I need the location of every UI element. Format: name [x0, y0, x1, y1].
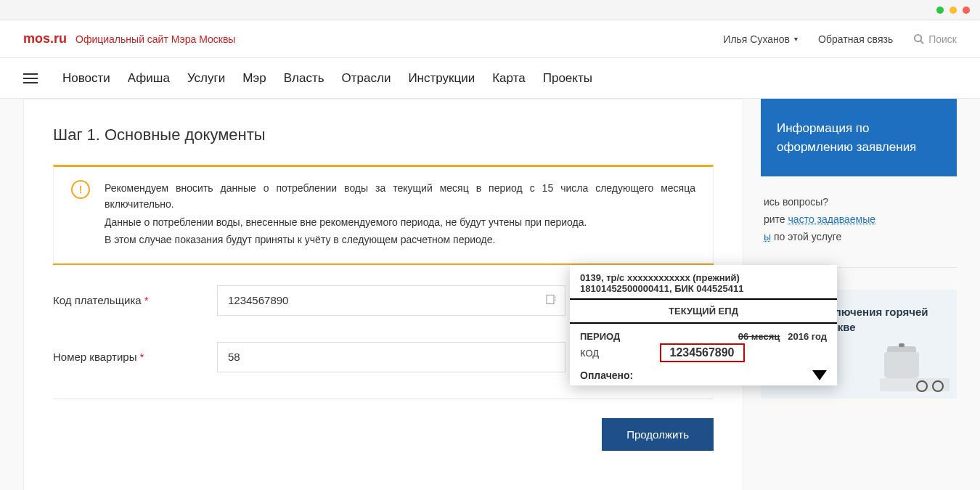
- svg-point-0: [915, 35, 921, 41]
- document-clip-icon: [777, 84, 803, 94]
- exclamation-icon: !: [71, 180, 90, 199]
- arrow-down-icon: [812, 370, 827, 380]
- info-box: ! Рекомендуем вносить данные о потреблен…: [53, 165, 714, 264]
- window-close-dot[interactable]: [963, 7, 970, 14]
- tooltip-account-line: 0139, тр/с хххххххххххх (прежний): [580, 272, 827, 283]
- site-logo[interactable]: mos.ru: [23, 31, 67, 46]
- nav-instructions[interactable]: Инструкции: [408, 71, 475, 86]
- sidebar-info-title: Информация по оформлению заявления: [777, 121, 916, 154]
- info-line-3: В этом случае показания будут приняты к …: [105, 232, 695, 248]
- tooltip-code-value: 1234567890: [660, 343, 745, 362]
- svg-rect-2: [547, 295, 554, 303]
- sidebar-faq: ись вопросы? рите часто задаваемые ы по …: [761, 176, 957, 268]
- feedback-link[interactable]: Обратная связь: [818, 33, 893, 45]
- apartment-input[interactable]: [217, 342, 565, 372]
- chevron-down-icon: ▾: [794, 35, 798, 43]
- nav-map[interactable]: Карта: [492, 71, 526, 86]
- nav-news[interactable]: Новости: [62, 71, 110, 86]
- contacts-icon[interactable]: [545, 293, 557, 307]
- sidebar-info-panel[interactable]: Информация по оформлению заявления: [761, 99, 957, 176]
- tooltip-period-label: ПЕРИОД: [580, 331, 620, 342]
- user-menu[interactable]: Илья Суханов ▾: [723, 33, 798, 45]
- step-title: Шаг 1. Основные документы: [24, 99, 743, 165]
- tooltip-paid-label: Оплачено:: [580, 369, 633, 381]
- payer-code-label: Код плательщика *: [53, 294, 217, 306]
- payer-code-tooltip: 0139, тр/с хххххххххххх (прежний) 181014…: [570, 265, 837, 385]
- nav-afisha[interactable]: Афиша: [128, 71, 170, 86]
- payer-code-input[interactable]: [217, 285, 565, 316]
- info-line-1: Рекомендуем вносить данные о потреблении…: [105, 180, 695, 213]
- search-placeholder: Поиск: [928, 33, 957, 45]
- search-icon: [913, 33, 924, 44]
- site-subtitle: Официальный сайт Мэра Москвы: [75, 33, 235, 45]
- main-nav: Новости Афиша Услуги Мэр Власть Отрасли …: [0, 58, 980, 99]
- main-content: Шаг 1. Основные документы ! Рекомендуем …: [23, 99, 743, 490]
- window-minimize-dot[interactable]: [936, 7, 944, 14]
- faq-link-2[interactable]: ы: [764, 231, 771, 242]
- window-maximize-dot[interactable]: [950, 7, 957, 14]
- tooltip-code-label: КОД: [580, 348, 599, 359]
- search-trigger[interactable]: Поиск: [913, 33, 957, 45]
- apartment-label: Номер квартиры *: [53, 351, 217, 363]
- browser-window-chrome: [0, 0, 980, 20]
- nav-projects[interactable]: Проекты: [543, 71, 592, 86]
- nav-services[interactable]: Услуги: [187, 71, 225, 86]
- tooltip-period-year: 2016 год: [788, 331, 827, 342]
- svg-line-1: [921, 41, 924, 44]
- nav-power[interactable]: Власть: [284, 71, 324, 86]
- pot-on-stove-icon: [880, 340, 950, 391]
- continue-button[interactable]: Продолжить: [602, 418, 714, 451]
- tooltip-period-month: 06 месяц: [738, 331, 780, 342]
- user-name: Илья Суханов: [723, 33, 790, 45]
- tooltip-doc-title: ТЕКУЩИЙ ЕПД: [580, 303, 827, 319]
- faq-link[interactable]: часто задаваемые: [788, 213, 876, 225]
- nav-mayor[interactable]: Мэр: [242, 71, 266, 86]
- tooltip-bik-line: 18101452500000411, БИК 044525411: [580, 283, 827, 294]
- nav-industries[interactable]: Отрасли: [342, 71, 391, 86]
- hamburger-icon[interactable]: [23, 73, 38, 83]
- info-line-2: Данные о потреблении воды, внесенные вне…: [105, 214, 695, 230]
- top-bar: mos.ru Официальный сайт Мэра Москвы Илья…: [0, 20, 980, 58]
